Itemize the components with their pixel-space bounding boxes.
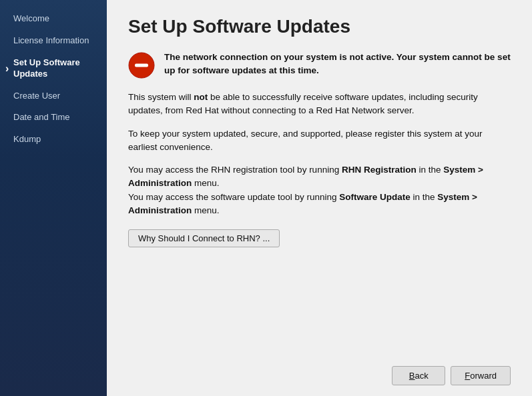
page-title: Set Up Software Updates xyxy=(128,16,511,37)
warning-box: The network connection on your system is… xyxy=(128,51,511,79)
sidebar: Welcome License Information Set Up Softw… xyxy=(0,0,107,396)
main-content: Set Up Software Updates The network conn… xyxy=(107,0,532,396)
sidebar-item-date-time[interactable]: Date and Time xyxy=(0,107,107,129)
warning-text: The network connection on your system is… xyxy=(164,51,511,77)
sidebar-item-kdump[interactable]: Kdump xyxy=(0,129,107,151)
sidebar-item-setup-software[interactable]: Set Up Software Updates xyxy=(0,52,107,85)
back-button[interactable]: Back xyxy=(392,366,445,385)
sidebar-item-welcome[interactable]: Welcome xyxy=(0,8,107,30)
rhn-button[interactable]: Why Should I Connect to RHN? ... xyxy=(128,229,280,247)
button-bar: Back Forward xyxy=(128,355,511,385)
forward-button[interactable]: Forward xyxy=(451,366,511,385)
paragraph-2: To keep your system updated, secure, and… xyxy=(128,127,511,155)
paragraph-1: This system will not be able to successf… xyxy=(128,91,511,118)
rhn-button-container: Why Should I Connect to RHN? ... xyxy=(128,227,511,247)
sidebar-item-license[interactable]: License Information xyxy=(0,30,107,52)
sidebar-item-create-user[interactable]: Create User xyxy=(0,85,107,107)
stop-icon xyxy=(128,52,155,79)
svg-rect-1 xyxy=(135,64,148,67)
paragraph-3: You may access the RHN registration tool… xyxy=(128,163,511,217)
